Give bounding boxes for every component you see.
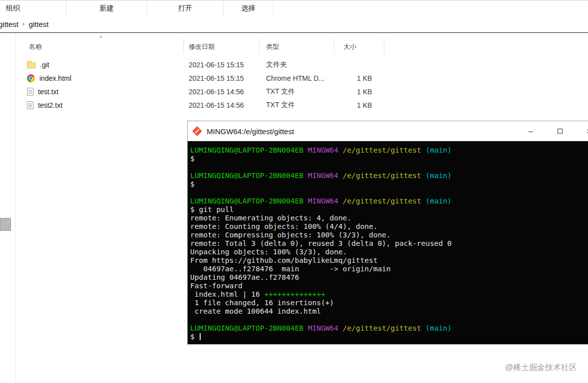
maximize-icon xyxy=(558,129,563,134)
terminal-line: LUMINGQING@LAPTOP-2BN004EB MINGW64 /e/gi… xyxy=(190,172,588,180)
text-file-icon xyxy=(27,101,33,109)
column-header-type[interactable]: 类型 xyxy=(260,40,334,54)
table-row[interactable]: test2.txt 2021-06-15 14:56 TXT 文件 1 KB xyxy=(15,98,384,112)
folder-icon xyxy=(27,62,35,68)
terminal-line xyxy=(190,189,588,197)
file-list-header: ∧ 名称 修改日期 类型 大小 xyxy=(15,40,384,54)
toolbar-select-label: 选择 xyxy=(242,4,256,13)
terminal-line: LUMINGQING@LAPTOP-2BN004EB MINGW64 /e/gi… xyxy=(190,146,588,155)
chrome-html-icon xyxy=(27,74,35,82)
file-date: 2021-06-15 14:56 xyxy=(184,88,260,96)
file-type: TXT 文件 xyxy=(260,101,334,110)
column-header-size[interactable]: 大小 xyxy=(334,40,384,54)
toolbar-new-button[interactable]: 新建 xyxy=(66,0,147,16)
terminal-title: MINGW64:/e/gittest/gittest xyxy=(207,127,294,136)
terminal-line xyxy=(190,163,588,172)
terminal-output: LUMINGQING@LAPTOP-2BN004EB MINGW64 /e/gi… xyxy=(190,146,588,341)
column-header-name-label: 名称 xyxy=(29,42,42,51)
close-button[interactable]: ✕ xyxy=(578,121,588,141)
breadcrumb-current[interactable]: gittest xyxy=(26,19,50,29)
file-name: .git xyxy=(40,61,49,69)
terminal-line xyxy=(190,316,588,324)
text-file-icon xyxy=(27,88,33,96)
nav-scrollbar-thumb[interactable] xyxy=(0,218,11,231)
file-date: 2021-06-15 15:15 xyxy=(184,74,260,82)
terminal-line: index.html | 16 ++++++++++++++ xyxy=(190,290,588,299)
toolbar-organize-label: 组织 xyxy=(6,4,20,13)
toolbar-open-button[interactable]: 打开 xyxy=(147,0,224,16)
explorer-toolbar: 组织 新建 打开 选择 xyxy=(0,0,588,16)
breadcrumb-separator-icon: › xyxy=(20,20,26,28)
file-size: 1 KB xyxy=(334,74,384,82)
file-size: 1 KB xyxy=(334,88,384,96)
git-bash-icon xyxy=(192,126,202,136)
address-bar: gittest › gittest xyxy=(0,16,588,33)
toolbar-select-button[interactable]: 选择 xyxy=(224,0,274,16)
column-header-name[interactable]: ∧ 名称 xyxy=(15,40,184,54)
table-row[interactable]: test.txt 2021-06-15 14:56 TXT 文件 1 KB xyxy=(15,85,384,98)
file-type: 文件夹 xyxy=(260,60,334,69)
file-name: test2.txt xyxy=(38,101,62,109)
file-name: test.txt xyxy=(38,88,58,96)
toolbar-organize-button[interactable]: 组织 xyxy=(0,0,66,16)
column-header-date[interactable]: 修改日期 xyxy=(184,40,260,54)
terminal-line: $ xyxy=(190,333,588,341)
file-list: .git 2021-06-15 15:15 文件夹 index.html 202… xyxy=(15,58,384,112)
terminal-line: Unpacking objects: 100% (3/3), done. xyxy=(190,248,588,256)
terminal-line: remote: Compressing objects: 100% (3/3),… xyxy=(190,231,588,239)
table-row[interactable]: index.html 2021-06-15 15:15 Chrome HTML … xyxy=(15,71,384,85)
terminal-line: $ xyxy=(190,180,588,189)
git-bash-window: MINGW64:/e/gittest/gittest ─ ✕ LUMINGQIN… xyxy=(187,121,588,345)
file-type: TXT 文件 xyxy=(260,87,334,96)
explorer-window: 组织 新建 打开 选择 gittest › gittest ∧ 名称 修改日期 … xyxy=(0,0,588,383)
file-date: 2021-06-15 14:56 xyxy=(184,101,260,109)
breadcrumb: gittest › gittest xyxy=(0,19,50,29)
terminal-titlebar[interactable]: MINGW64:/e/gittest/gittest ─ ✕ xyxy=(188,121,588,141)
table-row[interactable]: .git 2021-06-15 15:15 文件夹 xyxy=(15,58,384,71)
terminal-line: create mode 100644 index.html xyxy=(190,307,588,316)
column-header-size-label: 大小 xyxy=(343,42,356,51)
terminal-line: remote: Total 3 (delta 0), reused 3 (del… xyxy=(190,239,588,248)
column-header-date-label: 修改日期 xyxy=(189,42,215,51)
terminal-line: Fast-forward xyxy=(190,282,588,290)
minimize-button[interactable]: ─ xyxy=(519,121,542,141)
terminal-line: remote: Enumerating objects: 4, done. xyxy=(190,214,588,222)
terminal-line: LUMINGQING@LAPTOP-2BN004EB MINGW64 /e/gi… xyxy=(190,324,588,333)
sort-ascending-icon: ∧ xyxy=(99,34,103,39)
terminal-cursor xyxy=(200,333,201,340)
terminal-line: $ xyxy=(190,155,588,163)
terminal-line: Updating 04697ae..f278476 xyxy=(190,273,588,282)
terminal-line: LUMINGQING@LAPTOP-2BN004EB MINGW64 /e/gi… xyxy=(190,197,588,205)
terminal-body[interactable]: LUMINGQING@LAPTOP-2BN004EB MINGW64 /e/gi… xyxy=(188,141,588,344)
terminal-line: From https://github.com/babylikeLmq/gitt… xyxy=(190,256,588,265)
file-type: Chrome HTML D... xyxy=(260,74,334,82)
toolbar-open-label: 打开 xyxy=(178,4,192,13)
file-date: 2021-06-15 15:15 xyxy=(184,61,260,69)
breadcrumb-parent[interactable]: gittest xyxy=(0,19,20,29)
maximize-button[interactable] xyxy=(549,121,572,141)
watermark: @稀土掘金技术社区 xyxy=(505,363,577,373)
toolbar-new-label: 新建 xyxy=(100,4,114,13)
file-name: index.html xyxy=(39,74,71,82)
terminal-line: remote: Counting objects: 100% (4/4), do… xyxy=(190,222,588,231)
terminal-line: 1 file changed, 16 insertions(+) xyxy=(190,299,588,307)
terminal-line: $ git pull xyxy=(190,205,588,214)
file-size: 1 KB xyxy=(334,101,384,109)
terminal-line: 04697ae..f278476 main -> origin/main xyxy=(190,265,588,273)
column-header-type-label: 类型 xyxy=(266,42,279,51)
